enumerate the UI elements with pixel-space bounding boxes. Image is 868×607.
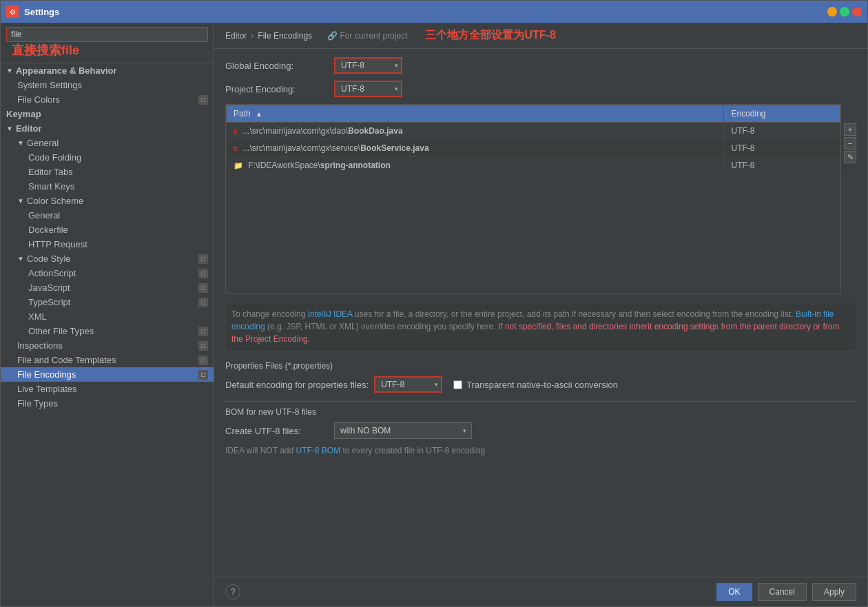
main-body: Global Encoding: UTF-8 UTF-16 ISO-8859-1…	[214, 49, 867, 577]
sidebar-item-label: System Settings	[17, 80, 82, 90]
sidebar-item-http-request[interactable]: HTTP Request	[1, 237, 214, 251]
sidebar-item-dockerfile[interactable]: Dockerfile	[1, 223, 214, 237]
bom-section-title: BOM for new UTF-8 files	[225, 401, 856, 417]
maximize-button[interactable]	[840, 7, 849, 17]
sidebar-item-label: Appearance & Behavior	[16, 65, 117, 76]
sidebar-item-typescript[interactable]: TypeScript □	[1, 295, 214, 309]
sidebar-item-label: Editor	[16, 123, 42, 134]
sidebar-item-editor-tabs[interactable]: Editor Tabs	[1, 165, 214, 179]
chevron-down-icon: ▼	[17, 197, 24, 205]
dialog-footer: ? OK Cancel Apply	[214, 577, 867, 606]
chevron-down-icon: ▼	[6, 125, 13, 132]
app-icon: ⚙	[6, 6, 19, 18]
badge-icon: □	[198, 370, 208, 380]
badge-icon: □	[198, 298, 208, 307]
sidebar-item-appearance[interactable]: ▼ Appearance & Behavior	[1, 63, 214, 78]
project-encoding-row: Project Encoding: UTF-8 UTF-16 ISO-8859-…	[225, 81, 856, 97]
properties-encoding-dropdown-wrap: UTF-8 ISO-8859-1 ▾	[374, 376, 442, 393]
sidebar-item-label: JavaScript	[28, 282, 70, 293]
sidebar-item-system-settings[interactable]: System Settings	[1, 78, 214, 92]
sidebar-item-file-colors[interactable]: File Colors □	[1, 92, 214, 107]
badge-icon: □	[198, 356, 208, 365]
transparent-checkbox[interactable]	[453, 380, 462, 389]
badge-icon: □	[198, 254, 208, 264]
global-encoding-dropdown-wrap: UTF-8 UTF-16 ISO-8859-1 ▾	[334, 57, 402, 74]
project-encoding-label: Project Encoding:	[225, 84, 329, 94]
sort-icon: ▲	[256, 110, 262, 118]
global-encoding-select[interactable]: UTF-8 UTF-16 ISO-8859-1	[334, 57, 402, 74]
search-box: 直接搜索file	[1, 23, 214, 63]
sidebar-item-label: Code Folding	[28, 152, 81, 163]
bom-dropdown-wrap: with NO BOM with BOM ▾	[334, 422, 472, 439]
sidebar-item-label: File Types	[17, 398, 58, 409]
apply-button[interactable]: Apply	[812, 583, 856, 601]
sidebar-item-label: Other File Types	[28, 326, 94, 336]
sidebar-item-smart-keys[interactable]: Smart Keys	[1, 179, 214, 194]
sidebar-item-keymap[interactable]: Keymap	[1, 107, 214, 121]
sidebar-item-javascript[interactable]: JavaScript □	[1, 280, 214, 295]
sidebar-item-label: Editor Tabs	[28, 167, 73, 177]
sidebar-item-general[interactable]: ▼ General	[1, 136, 214, 150]
edit-encoding-button[interactable]: ✎	[844, 151, 856, 163]
encoding-table-container: Path ▲ Encoding c ...\src\main\java\com\	[225, 104, 856, 294]
sidebar-item-label: TypeScript	[28, 297, 70, 307]
transparent-checkbox-row: Transparent native-to-ascii conversion	[453, 380, 618, 390]
close-button[interactable]	[852, 7, 862, 17]
chevron-down-icon: ▼	[17, 255, 24, 263]
help-button[interactable]: ?	[225, 584, 240, 599]
sidebar-item-label: Keymap	[6, 109, 41, 119]
sidebar-item-file-encodings[interactable]: File Encodings □	[1, 367, 214, 382]
sidebar-item-label: File Encodings	[17, 369, 76, 380]
minimize-button[interactable]	[827, 7, 837, 17]
sidebar-item-xml[interactable]: XML	[1, 309, 214, 324]
table-row: 📁 F:\IDEAworkSpace\spring-annotation UTF…	[227, 157, 840, 174]
sidebar-item-color-scheme[interactable]: ▼ Color Scheme	[1, 194, 214, 208]
bom-info: IDEA will NOT add UTF-8 BOM to every cre…	[225, 446, 856, 455]
sidebar-item-label: Inspections	[17, 340, 63, 351]
project-encoding-select[interactable]: UTF-8 UTF-16 ISO-8859-1	[334, 81, 402, 97]
sidebar-item-code-folding[interactable]: Code Folding	[1, 150, 214, 165]
sidebar-item-label: XML	[28, 311, 47, 322]
badge-icon: □	[198, 95, 208, 105]
chevron-down-icon: ▼	[6, 67, 13, 74]
transparent-label: Transparent native-to-ascii conversion	[466, 380, 618, 390]
sidebar-item-label: HTTP Request	[28, 239, 87, 249]
sidebar-item-live-templates[interactable]: Live Templates	[1, 382, 214, 396]
title-bar: ⚙ Settings	[1, 1, 867, 23]
sidebar-item-other-file-types[interactable]: Other File Types □	[1, 324, 214, 338]
search-input[interactable]	[6, 27, 208, 42]
bom-link: UTF-8 BOM	[296, 446, 340, 455]
encoding-column-header: Encoding	[724, 105, 840, 123]
sidebar-item-color-general[interactable]: General	[1, 208, 214, 223]
sidebar-item-editor[interactable]: ▼ Editor	[1, 121, 214, 136]
global-encoding-row: Global Encoding: UTF-8 UTF-16 ISO-8859-1…	[225, 57, 856, 74]
sidebar-item-label: General	[28, 210, 60, 220]
sidebar-item-actionscript[interactable]: ActionScript □	[1, 266, 214, 280]
sidebar-item-file-types[interactable]: File Types	[1, 396, 214, 411]
remove-encoding-button[interactable]: −	[844, 137, 856, 150]
project-encoding-dropdown-wrap: UTF-8 UTF-16 ISO-8859-1 ▾	[334, 81, 402, 97]
sidebar-item-inspections[interactable]: Inspections □	[1, 338, 214, 353]
global-encoding-label: Global Encoding:	[225, 61, 329, 71]
sidebar-item-file-code-templates[interactable]: File and Code Templates □	[1, 353, 214, 367]
folder-icon: 📁	[234, 161, 243, 169]
ok-button[interactable]: OK	[716, 583, 752, 601]
path-column-header[interactable]: Path ▲	[227, 105, 724, 123]
sidebar-item-code-style[interactable]: ▼ Code Style □	[1, 251, 214, 266]
sidebar-item-label: Code Style	[27, 254, 71, 264]
sidebar-item-label: Color Scheme	[27, 196, 83, 206]
add-encoding-button[interactable]: +	[844, 123, 856, 136]
badge-icon: □	[198, 341, 208, 351]
cancel-button[interactable]: Cancel	[758, 583, 807, 601]
table-action-buttons: + − ✎	[844, 123, 856, 294]
table-row: c ...\src\main\java\com\gx\service\BookS…	[227, 140, 840, 157]
table-cell-path: c ...\src\main\java\com\gx\dao\BookDao.j…	[227, 123, 724, 140]
breadcrumb: Editor › File Encodings 🔗 For current pr…	[214, 23, 867, 49]
chevron-down-icon: ▼	[17, 139, 24, 147]
sidebar-item-label: Live Templates	[17, 384, 76, 394]
properties-encoding-select[interactable]: UTF-8 ISO-8859-1	[374, 376, 442, 393]
bom-select[interactable]: with NO BOM with BOM	[334, 422, 472, 439]
sidebar-item-label: ActionScript	[28, 268, 76, 278]
info-text: To change encoding IntelliJ IDEA uses fo…	[225, 302, 856, 351]
badge-icon: □	[198, 269, 208, 278]
